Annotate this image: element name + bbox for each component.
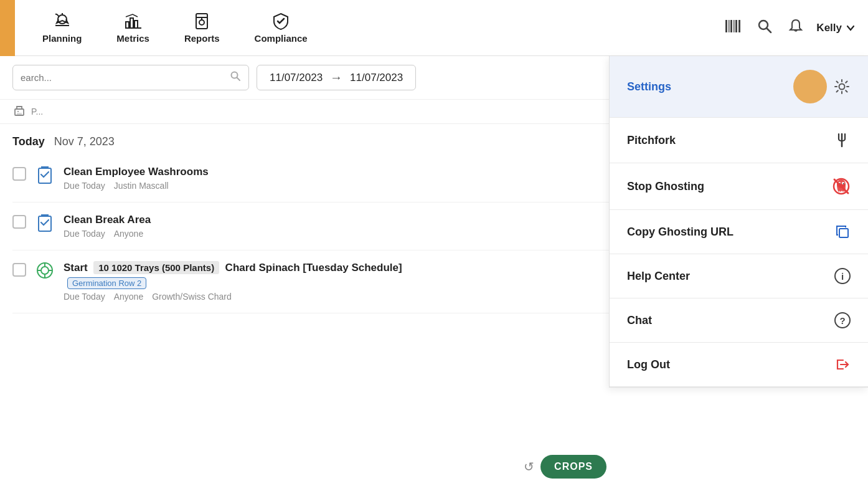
chat-label: Chat — [627, 314, 652, 327]
copy-ghosting-label: Copy Ghosting URL — [627, 226, 734, 239]
chevron-down-icon — [846, 23, 856, 33]
svg-point-23 — [839, 84, 845, 90]
task-due-3: Due Today — [64, 292, 105, 302]
settings-label: Settings — [627, 80, 671, 93]
svg-rect-3 — [134, 21, 138, 28]
svg-point-31 — [843, 183, 844, 184]
planning-icon — [53, 12, 72, 31]
task-due-2: Due Today — [64, 229, 105, 239]
compliance-label: Compliance — [255, 33, 308, 44]
logout-label: Log Out — [627, 358, 670, 371]
nav-item-compliance[interactable]: Compliance — [237, 4, 325, 51]
dropdown-item-stop-ghosting[interactable]: Stop Ghosting — [610, 163, 868, 210]
task-due-1: Due Today — [64, 181, 105, 191]
svg-rect-1 — [126, 22, 129, 28]
top-nav: Planning Metrics Reports — [0, 0, 868, 56]
crops-button[interactable]: CROPS — [540, 455, 606, 479]
nav-item-reports[interactable]: Reports — [167, 4, 237, 51]
reports-label: Reports — [184, 33, 220, 44]
date-to: 11/07/2023 — [350, 72, 403, 84]
search-box[interactable] — [12, 65, 249, 90]
logout-icon — [834, 356, 851, 373]
refresh-icon[interactable]: ↺ — [524, 459, 534, 474]
print-icon[interactable] — [12, 105, 26, 118]
search-input-icon — [230, 70, 241, 85]
user-avatar — [793, 70, 827, 103]
task-checkbox-3[interactable] — [12, 263, 26, 277]
nav-item-metrics[interactable]: Metrics — [99, 4, 167, 51]
date-arrow-icon: → — [330, 70, 342, 85]
svg-rect-18 — [17, 111, 19, 112]
task-clipboard-icon-2 — [35, 212, 55, 237]
date-range[interactable]: 11/07/2023 → 11/07/2023 — [257, 65, 416, 90]
planning-label: Planning — [42, 33, 82, 44]
barcode-icon[interactable] — [722, 15, 744, 41]
svg-rect-2 — [130, 18, 133, 28]
dropdown-item-chat[interactable]: Chat ? — [610, 298, 868, 343]
svg-point-5 — [199, 20, 204, 25]
task-assignee-1: Justin Mascall — [114, 181, 169, 191]
dropdown-item-settings[interactable]: Settings — [610, 56, 868, 118]
user-name: Kelly — [816, 22, 842, 34]
crops-area: ↺ CROPS — [524, 455, 606, 479]
copy-icon — [834, 224, 851, 240]
task-checkbox-1[interactable] — [12, 167, 26, 181]
gear-icon — [833, 78, 851, 95]
task-tag-germination[interactable]: Germination Row 2 — [67, 277, 146, 289]
svg-rect-8 — [730, 20, 732, 32]
svg-rect-9 — [734, 20, 735, 32]
task-clipboard-icon — [35, 164, 55, 189]
task-assignee-2: Anyone — [114, 229, 143, 239]
nav-item-planning[interactable]: Planning — [25, 4, 99, 51]
task-checkbox-2[interactable] — [12, 215, 26, 229]
print-label: P... — [31, 107, 43, 117]
main-content: 11/07/2023 → 11/07/2023 P... Today Nov 7… — [0, 56, 868, 491]
ghostbusters-icon — [832, 177, 851, 196]
svg-rect-10 — [735, 20, 737, 32]
search-icon[interactable] — [754, 16, 775, 41]
chat-icon: ? — [834, 312, 851, 328]
dropdown-menu: Settings Pitchfork Stop Ghosting — [609, 56, 868, 388]
svg-rect-11 — [738, 20, 740, 32]
task-assignee-3: Anyone — [114, 292, 143, 302]
dropdown-item-help-center[interactable]: Help Center i — [610, 254, 868, 298]
stop-ghosting-label: Stop Ghosting — [627, 180, 704, 193]
svg-rect-4 — [196, 14, 207, 29]
svg-line-15 — [237, 78, 240, 81]
svg-line-13 — [767, 28, 771, 32]
info-icon: i — [834, 268, 851, 284]
pitchfork-label: Pitchfork — [627, 134, 676, 147]
svg-rect-6 — [725, 20, 727, 32]
bell-icon[interactable] — [785, 16, 806, 41]
svg-rect-34 — [839, 229, 848, 237]
nav-right: Kelly — [722, 15, 856, 41]
svg-rect-17 — [17, 113, 22, 116]
nav-items: Planning Metrics Reports — [25, 4, 325, 51]
metrics-label: Metrics — [116, 33, 149, 44]
today-label: Today — [12, 135, 45, 148]
dropdown-item-copy-ghosting[interactable]: Copy Ghosting URL — [610, 210, 868, 254]
search-input[interactable] — [21, 72, 230, 83]
metrics-icon — [124, 12, 143, 31]
svg-rect-7 — [729, 20, 730, 32]
help-center-label: Help Center — [627, 270, 690, 283]
settings-right — [793, 70, 851, 103]
date-from: 11/07/2023 — [270, 72, 323, 84]
compliance-icon — [271, 12, 290, 31]
svg-point-22 — [41, 267, 49, 274]
pitchfork-icon — [833, 131, 851, 149]
task-extra-3: Growth/Swiss Chard — [152, 292, 232, 302]
user-menu[interactable]: Kelly — [816, 22, 856, 34]
dropdown-item-pitchfork[interactable]: Pitchfork — [610, 118, 868, 163]
task-plant-icon — [35, 260, 55, 285]
orange-accent-bar — [0, 0, 15, 56]
reports-icon — [192, 12, 211, 31]
dropdown-item-logout[interactable]: Log Out — [610, 343, 868, 387]
today-date: Nov 7, 2023 — [54, 135, 115, 148]
